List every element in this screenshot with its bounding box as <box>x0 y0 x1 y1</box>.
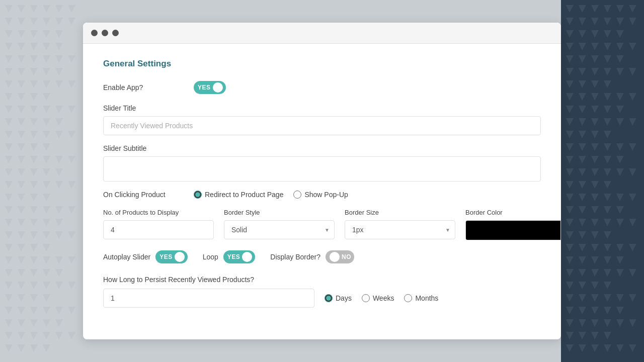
svg-marker-193 <box>579 106 586 113</box>
svg-marker-12 <box>5 30 13 38</box>
days-radio[interactable] <box>325 294 333 302</box>
svg-marker-72 <box>30 168 38 176</box>
enable-app-toggle-label: YES <box>198 84 211 91</box>
months-radio[interactable] <box>404 294 412 302</box>
on-clicking-radio-group: Redirect to Product Page Show Pop-Up <box>194 191 348 199</box>
popup-option[interactable]: Show Pop-Up <box>293 191 348 199</box>
persist-input[interactable] <box>103 289 314 308</box>
svg-marker-292 <box>579 344 586 352</box>
svg-marker-226 <box>591 181 599 189</box>
svg-marker-143 <box>68 332 75 339</box>
weeks-option[interactable]: Weeks <box>362 294 394 302</box>
svg-marker-179 <box>604 68 611 75</box>
svg-marker-263 <box>604 269 611 277</box>
svg-marker-97 <box>18 231 25 239</box>
svg-marker-224 <box>566 181 574 189</box>
svg-marker-41 <box>30 93 38 101</box>
svg-marker-104 <box>30 244 38 251</box>
svg-marker-103 <box>18 244 25 251</box>
svg-marker-282 <box>579 319 586 327</box>
enable-app-toggle[interactable]: YES <box>194 81 226 94</box>
svg-marker-170 <box>629 43 636 50</box>
svg-marker-289 <box>591 332 599 339</box>
border-style-label: Border Style <box>224 209 335 216</box>
months-option[interactable]: Months <box>404 294 438 302</box>
svg-marker-208 <box>579 143 586 151</box>
svg-marker-0 <box>5 5 13 13</box>
svg-marker-271 <box>579 294 586 302</box>
svg-marker-239 <box>566 219 574 226</box>
svg-marker-46 <box>43 106 50 113</box>
loop-item: Loop YES <box>203 250 256 263</box>
svg-marker-78 <box>43 181 50 189</box>
svg-marker-76 <box>18 181 25 189</box>
svg-marker-265 <box>629 269 636 277</box>
svg-marker-242 <box>604 219 611 226</box>
loop-toggle[interactable]: YES <box>223 250 256 263</box>
svg-marker-283 <box>591 319 599 327</box>
svg-marker-114 <box>30 269 38 277</box>
svg-marker-164 <box>616 30 624 38</box>
weeks-label: Weeks <box>373 294 394 302</box>
svg-marker-65 <box>18 156 25 163</box>
svg-marker-220 <box>591 168 599 176</box>
svg-marker-117 <box>5 282 13 289</box>
section-title: General Settings <box>103 59 541 69</box>
svg-marker-231 <box>604 194 611 201</box>
border-style-select[interactable]: Solid Dashed Dotted None <box>224 220 335 239</box>
svg-marker-270 <box>566 294 574 302</box>
svg-marker-251 <box>591 244 599 251</box>
svg-marker-11 <box>68 18 75 25</box>
svg-marker-35 <box>30 80 38 88</box>
days-option[interactable]: Days <box>325 294 352 302</box>
svg-marker-174 <box>604 55 611 63</box>
svg-marker-38 <box>68 80 75 88</box>
redirect-option[interactable]: Redirect to Product Page <box>194 191 283 199</box>
enable-app-toggle-knob <box>213 82 223 93</box>
slider-title-input[interactable] <box>103 116 541 135</box>
svg-marker-59 <box>68 131 75 138</box>
slider-subtitle-input[interactable] <box>103 156 541 182</box>
autoplay-toggle-knob <box>175 252 185 262</box>
svg-marker-253 <box>616 244 624 251</box>
svg-marker-25 <box>43 55 50 63</box>
svg-marker-126 <box>43 294 50 302</box>
svg-marker-284 <box>604 319 611 327</box>
svg-marker-169 <box>616 43 624 50</box>
svg-marker-268 <box>591 282 599 289</box>
weeks-radio[interactable] <box>362 294 370 302</box>
border-size-select[interactable]: 1px 2px 3px 4px <box>345 220 455 239</box>
svg-marker-152 <box>616 5 624 13</box>
main-window: General Settings Enable App? YES Slider … <box>83 23 561 339</box>
svg-marker-15 <box>43 30 50 38</box>
display-border-toggle-label: NO <box>342 253 351 260</box>
border-color-arrow[interactable]: ▼ <box>560 221 561 240</box>
redirect-radio[interactable] <box>194 191 202 199</box>
svg-marker-142 <box>55 332 63 339</box>
svg-marker-82 <box>18 194 25 201</box>
svg-marker-43 <box>5 106 13 113</box>
display-border-toggle[interactable]: NO <box>326 250 354 263</box>
enable-app-label: Enable App? <box>103 83 194 92</box>
autoplay-toggle[interactable]: YES <box>155 250 188 263</box>
svg-marker-158 <box>616 18 624 25</box>
svg-marker-74 <box>55 168 63 176</box>
svg-marker-210 <box>604 143 611 151</box>
svg-marker-138 <box>5 332 13 339</box>
num-products-input[interactable] <box>103 220 214 239</box>
border-color-wrapper[interactable]: ▼ <box>465 220 561 240</box>
svg-marker-241 <box>591 219 599 226</box>
svg-marker-256 <box>579 256 586 264</box>
border-fields-grid: No. of Products to Display Border Style … <box>103 209 541 240</box>
svg-marker-26 <box>55 55 63 63</box>
svg-marker-257 <box>591 256 599 264</box>
popup-radio[interactable] <box>293 191 301 199</box>
svg-marker-119 <box>30 282 38 289</box>
svg-marker-99 <box>43 231 50 239</box>
svg-marker-61 <box>18 143 25 151</box>
svg-marker-116 <box>55 269 63 277</box>
svg-marker-167 <box>591 43 599 50</box>
svg-marker-227 <box>604 181 611 189</box>
svg-marker-132 <box>68 307 75 314</box>
svg-marker-44 <box>18 106 25 113</box>
